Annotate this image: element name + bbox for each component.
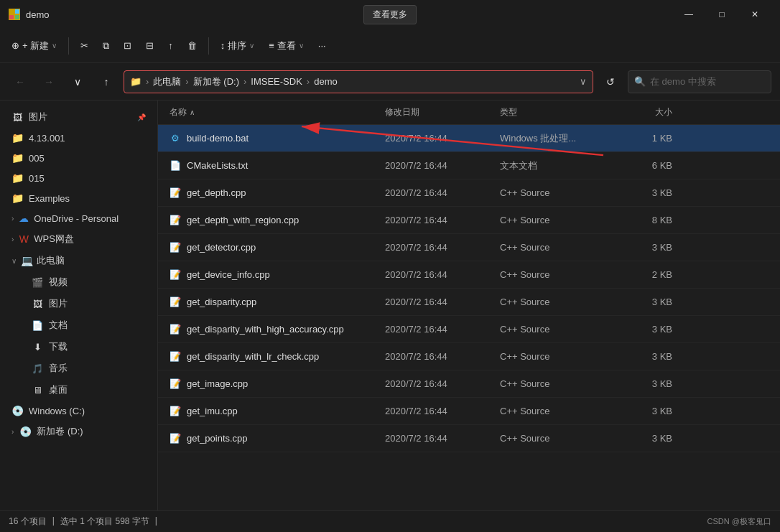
col-name-label: 名称 <box>170 106 187 118</box>
share-button[interactable]: ↑ <box>162 36 179 55</box>
file-name-cell: 📄 CMakeLists.txt <box>170 160 385 172</box>
file-list: ⚙ build-demo.bat 2020/7/2 16:44 Windows … <box>158 125 780 510</box>
sidebar-item-pictures[interactable]: 🖼 图片 📌 <box>3 106 154 128</box>
file-row[interactable]: 📝 get_disparity.cpp 2020/7/2 16:44 C++ S… <box>158 289 780 316</box>
more-button[interactable]: ··· <box>312 36 332 55</box>
breadcrumb-item-computer[interactable]: 此电脑 <box>153 75 181 88</box>
forward-button[interactable]: → <box>37 70 60 93</box>
file-name: get_depth_with_region.cpp <box>187 215 299 225</box>
file-row[interactable]: 📄 CMakeLists.txt 2020/7/2 16:44 文本文档 6 K… <box>158 152 780 179</box>
file-row[interactable]: 📝 get_depth.cpp 2020/7/2 16:44 C++ Sourc… <box>158 179 780 207</box>
file-row[interactable]: 📝 get_depth_with_region.cpp 2020/7/2 16:… <box>158 207 780 234</box>
delete-button[interactable]: 🗑 <box>182 36 203 55</box>
breadcrumb-dropdown[interactable]: ∨ <box>580 76 587 87</box>
file-date: 2020/7/2 16:44 <box>385 269 500 280</box>
sidebar: 🖼 图片 📌 📁 4.13.001 📁 005 📁 015 📁 Examples… <box>0 101 158 510</box>
file-date: 2020/7/2 16:44 <box>385 297 500 307</box>
file-name: build-demo.bat <box>187 133 249 144</box>
maximize-button[interactable]: □ <box>705 3 738 26</box>
file-icon-cpp: 📝 <box>170 187 181 199</box>
sidebar-item-downloads[interactable]: ⬇ 下载 <box>23 336 154 358</box>
sidebar-label-015: 015 <box>29 173 45 184</box>
close-button[interactable]: ✕ <box>738 3 771 26</box>
up-button[interactable]: ↑ <box>95 70 118 93</box>
file-row[interactable]: 📝 get_image.cpp 2020/7/2 16:44 C++ Sourc… <box>158 370 780 398</box>
file-type: C++ Source <box>500 406 615 416</box>
sidebar-wps[interactable]: › W WPS网盘 <box>3 228 154 250</box>
sort-chevron: ∨ <box>249 42 254 50</box>
file-name: get_points.cpp <box>187 433 248 444</box>
col-header-type[interactable]: 类型 <box>500 106 615 118</box>
pictures2-icon: 🖼 <box>32 298 43 309</box>
file-row[interactable]: 📝 get_points.cpp 2020/7/2 16:44 C++ Sour… <box>158 425 780 452</box>
separator-2 <box>208 37 209 55</box>
sort-button[interactable]: ↕ 排序 ∨ <box>215 35 261 57</box>
dropdown-nav-button[interactable]: ∨ <box>66 70 89 93</box>
new-icon: ⊕ <box>11 40 19 51</box>
file-row[interactable]: 📝 get_device_info.cpp 2020/7/2 16:44 C++… <box>158 261 780 289</box>
file-size: 3 KB <box>615 433 672 444</box>
file-name-cell: 📝 get_detector.cpp <box>170 242 385 253</box>
status-left: 16 个项目 | 选中 1 个项目 598 字节 | <box>9 515 157 528</box>
sidebar-item-video[interactable]: 🎬 视频 <box>23 271 154 293</box>
sidebar-item-015[interactable]: 📁 015 <box>3 168 154 188</box>
file-name-cell: 📝 get_image.cpp <box>170 378 385 390</box>
svg-rect-0 <box>9 9 14 14</box>
docs-icon: 📄 <box>32 319 43 331</box>
sidebar-computer-header[interactable]: ∨ 💻 此电脑 <box>3 250 154 271</box>
file-row[interactable]: ⚙ build-demo.bat 2020/7/2 16:44 Windows … <box>158 125 780 152</box>
folder-icon-005: 📁 <box>11 152 23 164</box>
breadcrumb-bar: 📁 › 此电脑 › 新加卷 (D:) › IMSEE-SDK › demo ∨ <box>124 70 593 93</box>
breadcrumb-item-demo[interactable]: demo <box>314 76 338 87</box>
sidebar-item-docs[interactable]: 📄 文档 <box>23 314 154 336</box>
file-date: 2020/7/2 16:44 <box>385 160 500 171</box>
status-separator2: | <box>155 515 157 528</box>
col-header-date[interactable]: 修改日期 <box>385 106 500 118</box>
status-count: 16 个项目 <box>9 515 47 528</box>
file-name-cell: 📝 get_disparity_with_high_accuracy.cpp <box>170 324 385 335</box>
view-more-area: 查看更多 <box>363 5 417 24</box>
sidebar-item-005[interactable]: 📁 005 <box>3 148 154 168</box>
breadcrumb-item-drive[interactable]: 新加卷 (D:) <box>193 75 239 88</box>
view-more-button[interactable]: 查看更多 <box>363 5 417 24</box>
file-size: 1 KB <box>615 133 672 144</box>
back-button[interactable]: ← <box>9 70 32 93</box>
copy-button[interactable]: ⧉ <box>97 36 115 56</box>
sidebar-item-d-drive[interactable]: › 💿 新加卷 (D:) <box>3 421 154 442</box>
view-label: 查看 <box>277 39 296 52</box>
sidebar-item-c-drive[interactable]: 💿 Windows (C:) <box>3 401 154 421</box>
sidebar-item-4131[interactable]: 📁 4.13.001 <box>3 128 154 148</box>
rename-button[interactable]: ⊟ <box>140 36 159 55</box>
minimize-button[interactable]: — <box>672 3 705 26</box>
file-icon-txt: 📄 <box>170 160 181 172</box>
breadcrumb-sep-0: › <box>146 76 149 87</box>
refresh-button[interactable]: ↺ <box>599 70 622 93</box>
paste-button[interactable]: ⊡ <box>118 36 137 55</box>
file-name-cell: 📝 get_disparity_with_lr_check.cpp <box>170 351 385 363</box>
file-row[interactable]: 📝 get_detector.cpp 2020/7/2 16:44 C++ So… <box>158 234 780 261</box>
sidebar-label-4131: 4.13.001 <box>29 133 65 144</box>
sidebar-onedrive[interactable]: › ☁ OneDrive - Personal <box>3 208 154 228</box>
new-button[interactable]: ⊕ + 新建 ∨ <box>6 35 62 57</box>
new-chevron: ∨ <box>52 42 57 50</box>
col-header-size[interactable]: 大小 <box>615 106 672 118</box>
search-box[interactable]: 🔍 在 demo 中搜索 <box>628 70 771 93</box>
file-row[interactable]: 📝 get_imu.cpp 2020/7/2 16:44 C++ Source … <box>158 398 780 425</box>
sidebar-item-desktop[interactable]: 🖥 桌面 <box>23 379 154 401</box>
sidebar-item-music[interactable]: 🎵 音乐 <box>23 358 154 379</box>
sidebar-label-video: 视频 <box>49 276 68 289</box>
col-header-name[interactable]: 名称 ∧ <box>170 106 385 118</box>
sidebar-item-examples[interactable]: 📁 Examples <box>3 188 154 208</box>
file-row[interactable]: 📝 get_disparity_with_lr_check.cpp 2020/7… <box>158 343 780 370</box>
cut-button[interactable]: ✂ <box>75 36 94 55</box>
sidebar-label-downloads: 下载 <box>49 340 68 353</box>
breadcrumb-folder-icon: 📁 <box>130 76 141 87</box>
file-row[interactable]: 📝 get_disparity_with_high_accuracy.cpp 2… <box>158 316 780 343</box>
breadcrumb-item-sdk[interactable]: IMSEE-SDK <box>251 76 302 87</box>
status-bar: 16 个项目 | 选中 1 个项目 598 字节 | CSDN @极客鬼口 <box>0 510 780 532</box>
status-separator: | <box>52 515 55 528</box>
file-size: 2 KB <box>615 269 672 280</box>
view-button[interactable]: ≡ 查看 ∨ <box>263 35 310 57</box>
file-icon-cpp: 📝 <box>170 351 181 363</box>
sidebar-item-pictures2[interactable]: 🖼 图片 <box>23 293 154 314</box>
